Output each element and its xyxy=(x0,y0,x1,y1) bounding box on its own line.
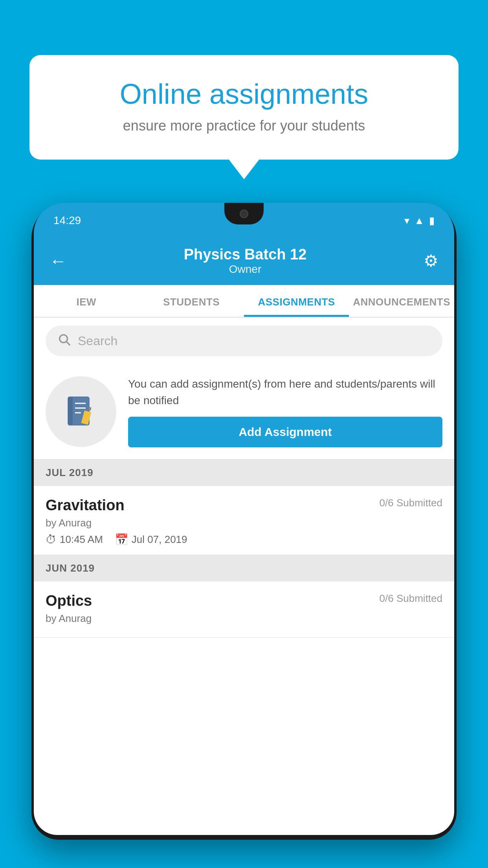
time-value-gravitation: 10:45 AM xyxy=(60,533,103,546)
bubble-title: Online assignments xyxy=(57,79,431,110)
bubble-subtitle: ensure more practice for your students xyxy=(57,118,431,134)
phone-screen: ← Physics Batch 12 Owner ⚙ IEW STUDENTS xyxy=(34,238,454,835)
search-bar[interactable]: Search xyxy=(46,326,442,356)
back-button[interactable]: ← xyxy=(50,251,67,271)
tabs-bar: IEW STUDENTS ASSIGNMENTS ANNOUNCEMENTS xyxy=(34,285,454,318)
assignment-name-optics: Optics xyxy=(46,592,92,609)
assignment-header-row-optics: Optics 0/6 Submitted xyxy=(46,592,442,609)
status-time: 14:29 xyxy=(53,214,81,227)
status-icons: ▾ ▲ ▮ xyxy=(404,215,435,227)
svg-rect-3 xyxy=(68,397,73,425)
status-bar: 14:29 ▾ ▲ ▮ xyxy=(34,203,454,238)
notebook-icon xyxy=(63,394,99,429)
section-jun-2019: JUN 2019 xyxy=(34,555,454,581)
meta-date-gravitation: 📅 Jul 07, 2019 xyxy=(115,533,187,546)
clock-icon: ⏱ xyxy=(46,533,57,546)
notch xyxy=(224,203,264,224)
owner-label: Owner xyxy=(184,263,307,276)
header-center: Physics Batch 12 Owner xyxy=(184,246,307,276)
speech-bubble: Online assignments ensure more practice … xyxy=(29,55,459,160)
signal-icon: ▲ xyxy=(414,215,424,227)
speech-bubble-container: Online assignments ensure more practice … xyxy=(29,55,459,160)
add-assignment-button[interactable]: Add Assignment xyxy=(128,417,442,447)
phone-inner: 14:29 ▾ ▲ ▮ ← Physics Batch 12 Owner xyxy=(34,203,454,835)
assignment-optics[interactable]: Optics 0/6 Submitted by Anurag xyxy=(34,581,454,638)
section-label-jul: JUL 2019 xyxy=(46,467,94,478)
search-container: Search xyxy=(34,318,454,364)
promo-section: You can add assignment(s) from here and … xyxy=(34,364,454,460)
search-placeholder: Search xyxy=(78,334,117,348)
assignment-meta-gravitation: ⏱ 10:45 AM 📅 Jul 07, 2019 xyxy=(46,533,442,546)
tab-iew[interactable]: IEW xyxy=(34,285,139,317)
assignment-gravitation[interactable]: Gravitation 0/6 Submitted by Anurag ⏱ 10… xyxy=(34,486,454,555)
meta-time-gravitation: ⏱ 10:45 AM xyxy=(46,533,103,546)
tab-announcements[interactable]: ANNOUNCEMENTS xyxy=(349,285,454,317)
batch-title: Physics Batch 12 xyxy=(184,246,307,263)
settings-icon[interactable]: ⚙ xyxy=(424,251,438,270)
assignment-by-optics: by Anurag xyxy=(46,612,442,625)
submitted-badge-optics: 0/6 Submitted xyxy=(380,592,442,605)
date-value-gravitation: Jul 07, 2019 xyxy=(132,533,187,546)
assignment-header-row: Gravitation 0/6 Submitted xyxy=(46,497,442,514)
phone-container: 14:29 ▾ ▲ ▮ ← Physics Batch 12 Owner xyxy=(31,200,457,868)
section-label-jun: JUN 2019 xyxy=(46,562,95,574)
assignment-name-gravitation: Gravitation xyxy=(46,497,125,514)
battery-icon: ▮ xyxy=(429,215,435,227)
wifi-icon: ▾ xyxy=(404,215,409,227)
assignment-by-gravitation: by Anurag xyxy=(46,517,442,529)
search-icon xyxy=(57,333,71,349)
camera-dot xyxy=(240,210,248,218)
phone-frame: 14:29 ▾ ▲ ▮ ← Physics Batch 12 Owner xyxy=(31,203,457,840)
promo-text: You can add assignment(s) from here and … xyxy=(128,376,442,409)
tab-students[interactable]: STUDENTS xyxy=(139,285,244,317)
section-jul-2019: JUL 2019 xyxy=(34,460,454,486)
tab-assignments[interactable]: ASSIGNMENTS xyxy=(244,285,349,317)
svg-line-1 xyxy=(66,342,70,345)
promo-content: You can add assignment(s) from here and … xyxy=(128,376,442,447)
calendar-icon: 📅 xyxy=(115,533,128,546)
submitted-badge-gravitation: 0/6 Submitted xyxy=(380,497,442,509)
assignment-icon-circle xyxy=(46,376,116,447)
app-header: ← Physics Batch 12 Owner ⚙ xyxy=(34,238,454,285)
